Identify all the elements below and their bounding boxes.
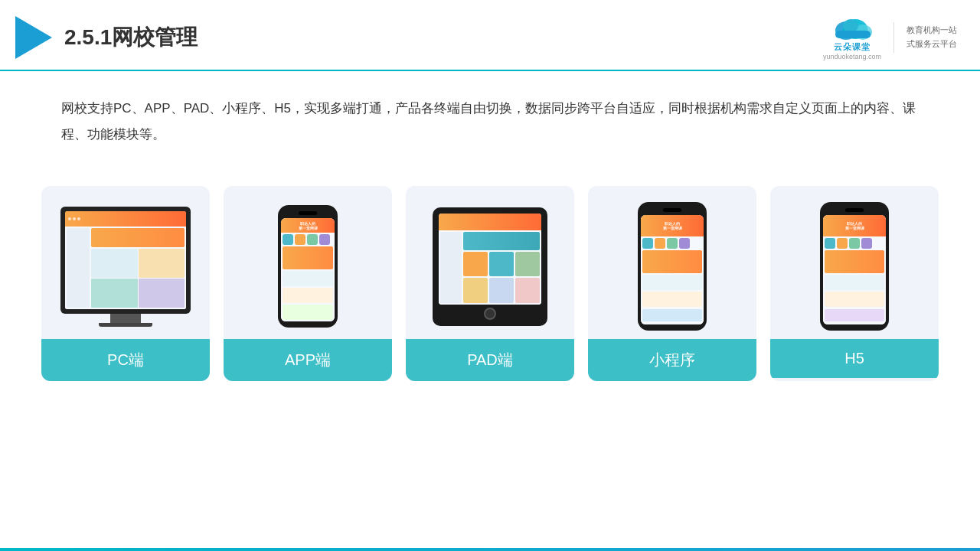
card-h5-label: H5 <box>770 339 939 378</box>
miniprogram-screen: 职达人的第一堂网课 <box>641 215 704 324</box>
bottom-bar <box>0 548 980 551</box>
header-left: 2.5.1网校管理 <box>15 16 198 59</box>
svg-rect-4 <box>835 31 871 38</box>
card-miniprogram: 职达人的第一堂网课 <box>588 186 756 381</box>
pc-monitor <box>60 207 191 314</box>
card-app-image: 职达人的第一堂网课 <box>224 186 392 339</box>
pc-base <box>99 323 152 327</box>
h5-screen: 职达人的第一堂网课 <box>823 215 886 324</box>
phone-notch-h5 <box>845 208 864 212</box>
tablet-screen <box>439 214 541 305</box>
card-pad-label: PAD端 <box>406 339 574 381</box>
phone-screen: 职达人的第一堂网课 <box>281 218 335 321</box>
brand-tagline: 教育机构一站 式服务云平台 <box>906 24 957 51</box>
description-text: 网校支持PC、APP、PAD、小程序、H5，实现多端打通，产品各终端自由切换，数… <box>0 71 980 163</box>
header-divider <box>893 22 894 53</box>
header: 2.5.1网校管理 云朵课堂 yunduoketang.com 教育机构一站 式… <box>0 0 980 71</box>
card-h5-image: 职达人的第一堂网课 <box>770 186 939 339</box>
app-phone: 职达人的第一堂网课 <box>278 205 338 328</box>
miniprogram-phone: 职达人的第一堂网课 <box>638 202 707 331</box>
card-miniprogram-label: 小程序 <box>588 339 756 381</box>
brand-url: yunduoketang.com <box>823 53 881 60</box>
pc-stand <box>110 314 141 323</box>
cards-section: PC端 职达人的第一堂网课 <box>0 171 980 396</box>
card-pad-image <box>406 186 574 339</box>
card-h5: 职达人的第一堂网课 <box>770 186 939 381</box>
brand-logo: 云朵课堂 yunduoketang.com <box>823 14 881 60</box>
card-app-label: APP端 <box>224 339 392 381</box>
phone-notch <box>299 211 317 215</box>
card-pc-label: PC端 <box>41 339 210 381</box>
brand-name: 云朵课堂 <box>834 41 871 53</box>
pad-tablet <box>433 207 547 326</box>
play-icon <box>15 16 52 59</box>
header-right: 云朵课堂 yunduoketang.com 教育机构一站 式服务云平台 <box>823 14 957 60</box>
card-pc: PC端 <box>41 186 210 381</box>
tablet-home-btn <box>484 308 496 320</box>
card-pc-image <box>41 186 210 339</box>
card-miniprogram-image: 职达人的第一堂网课 <box>588 186 756 339</box>
h5-phone: 职达人的第一堂网课 <box>820 202 889 331</box>
page-title: 2.5.1网校管理 <box>64 23 198 52</box>
card-pad: PAD端 <box>406 186 574 381</box>
card-app: 职达人的第一堂网课 <box>224 186 392 381</box>
phone-notch-mini <box>663 208 681 212</box>
cloud-icon <box>829 14 875 41</box>
